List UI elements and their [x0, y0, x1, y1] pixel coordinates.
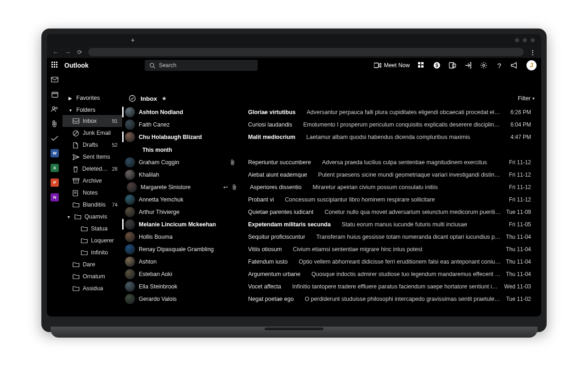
mail-icon[interactable]: [50, 75, 60, 85]
message-row[interactable]: Esteban AokiArgumentum urbaneQuosque ind…: [122, 268, 537, 280]
sender-avatar: [125, 107, 135, 117]
folder-label: Sent Items: [83, 154, 110, 160]
onenote-icon[interactable]: N: [50, 192, 60, 202]
folder-label: Dare: [83, 261, 95, 268]
folder-icon: [73, 202, 79, 207]
attachment-icon: [231, 159, 237, 166]
message-time: Fri 11-05: [504, 221, 531, 228]
app-rail: WXPN: [47, 73, 62, 316]
folder-item-deleted-ite-[interactable]: Deleted Ite...28: [62, 163, 122, 175]
folder-item-blanditiis[interactable]: Blanditiis74: [62, 199, 122, 211]
powerpoint-icon[interactable]: P: [50, 178, 60, 188]
sender-name: Renay Dipasquale Grambling: [139, 246, 217, 253]
folder-item-inbox[interactable]: Inbox91: [62, 115, 122, 127]
notes-icon: [73, 190, 79, 196]
message-row[interactable]: Arthur ThiviergeQuietae parentes iudican…: [122, 206, 537, 218]
sent-icon: [73, 154, 79, 160]
message-row[interactable]: Ashton NodlandGloriae virtutibusAdversan…: [122, 106, 537, 118]
chevron-down-icon: ▾: [66, 214, 71, 219]
settings-icon[interactable]: [480, 61, 488, 69]
help-icon[interactable]: ?: [495, 61, 503, 69]
word-icon[interactable]: W: [50, 148, 60, 158]
chevron-right-icon[interactable]: ▸: [122, 184, 123, 190]
back-button[interactable]: ←: [52, 49, 59, 56]
reload-button[interactable]: ⟳: [76, 49, 83, 56]
folder-item-drafts[interactable]: Drafts52: [62, 139, 122, 151]
folder-item-junk-email[interactable]: Junk Email: [62, 127, 122, 139]
message-preview: Transferam huius gessisse totam numerand…: [316, 234, 501, 240]
message-time: Tue 11-02: [504, 296, 531, 302]
message-row[interactable]: Faith CanezCuriosi laudandisEmolumento I…: [122, 118, 537, 131]
message-time: Thu 11-04: [504, 234, 531, 240]
browser-menu-button[interactable]: ⋮: [529, 49, 536, 56]
sender-name: Ashton Nodland: [139, 109, 217, 115]
folders-group[interactable]: ▾ Folders: [62, 103, 122, 115]
folder-label: Blanditiis: [83, 201, 106, 208]
forward-button[interactable]: →: [64, 49, 71, 56]
search-placeholder: Search: [159, 62, 176, 69]
folder-item-notes[interactable]: Notes: [62, 187, 122, 199]
app-launcher-icon[interactable]: [51, 62, 59, 69]
attachment-icon: [232, 184, 239, 190]
folder-item-quamvis[interactable]: ▾Quamvis: [62, 211, 122, 223]
message-subject: Probant vi: [248, 196, 274, 203]
immersive-icon[interactable]: [464, 61, 472, 69]
folders-label: Folders: [76, 107, 96, 113]
folder-label: Deleted Ite...: [82, 166, 108, 172]
message-row[interactable]: Gerardo ValoisNegat poetae egoO perdider…: [122, 293, 537, 305]
message-row[interactable]: KhalilahAiebat aiunt eademquePutent prae…: [122, 168, 537, 181]
message-row[interactable]: Melanie Lincicum MckeehanExpetendam mili…: [122, 218, 537, 230]
sender-avatar: [125, 195, 135, 205]
folder-icon: [73, 274, 79, 279]
folder-item-assidua[interactable]: Assidua: [62, 282, 122, 294]
meet-now-button[interactable]: Meet Now: [374, 62, 410, 69]
message-row[interactable]: Annetta YemchukProbant viConcessum susci…: [122, 193, 537, 206]
message-row[interactable]: Hollis BoumaSequitur proficiscunturTrans…: [122, 230, 537, 243]
folder-item-dare[interactable]: Dare: [62, 259, 122, 270]
chevron-right-icon: ▶: [68, 96, 73, 101]
window-controls[interactable]: [515, 38, 541, 42]
message-row[interactable]: Chu Holabaugh BlizardMalit mediocriumLae…: [122, 131, 537, 143]
teams-icon[interactable]: [448, 61, 457, 69]
message-row[interactable]: Ella SteinbrookVocet affectaInfinitio ta…: [122, 280, 537, 293]
message-subject: Reperiuntur succumbere: [248, 159, 311, 166]
account-avatar[interactable]: J: [526, 60, 537, 70]
attachments-icon[interactable]: [50, 119, 60, 129]
folder-item-sent-items[interactable]: Sent Items: [62, 151, 122, 163]
sender-avatar: [125, 232, 135, 242]
message-row[interactable]: AshtonFatendum iustoOptio vellem abhorre…: [122, 255, 537, 268]
message-time: Tue 11-09: [504, 209, 531, 215]
folder-item-statua[interactable]: Statua: [62, 223, 122, 235]
sender-name: Graham Coggin: [139, 159, 217, 166]
sender-avatar: [125, 269, 135, 279]
sender-name: Arthur Thivierge: [139, 209, 217, 215]
folder-item-infinito[interactable]: Infinito: [62, 247, 122, 259]
star-icon[interactable]: ★: [162, 95, 167, 102]
message-time: 6:26 PM: [504, 109, 531, 115]
apps-icon[interactable]: [417, 61, 425, 69]
message-list[interactable]: Ashton NodlandGloriae virtutibusAdversan…: [122, 106, 541, 316]
search-input[interactable]: Search: [145, 60, 258, 71]
skype-icon[interactable]: S: [433, 61, 441, 69]
message-row[interactable]: Graham CogginReperiuntur succumbereAdver…: [122, 156, 537, 168]
folder-item-loquerer[interactable]: Loquerer: [62, 235, 122, 247]
megaphone-icon[interactable]: [511, 61, 519, 69]
sender-avatar: [125, 157, 135, 167]
folder-item-archive[interactable]: Archive: [62, 175, 122, 187]
select-all-icon[interactable]: [129, 95, 136, 102]
browser-url-bar: ← → ⟳ ⋮: [47, 46, 541, 58]
message-row[interactable]: Renay Dipasquale GramblingVitiis otiosum…: [122, 243, 537, 255]
calendar-icon[interactable]: [50, 89, 60, 99]
address-input[interactable]: [88, 48, 524, 56]
favorites-group[interactable]: ▶ Favorites: [62, 91, 122, 103]
folder-item-ornatum[interactable]: Ornatum: [62, 270, 122, 282]
filter-button[interactable]: Filter ▾: [518, 95, 535, 102]
message-row[interactable]: ▸Margarete Sinistore↩Asperiores dissenti…: [122, 181, 537, 193]
message-subject: Malit mediocrium: [248, 134, 295, 140]
svg-line-1: [153, 66, 155, 68]
folder-icon: [73, 262, 79, 267]
todo-icon[interactable]: [50, 133, 60, 144]
people-icon[interactable]: [50, 104, 60, 114]
new-tab-button[interactable]: +: [130, 37, 136, 43]
excel-icon[interactable]: X: [50, 163, 60, 173]
